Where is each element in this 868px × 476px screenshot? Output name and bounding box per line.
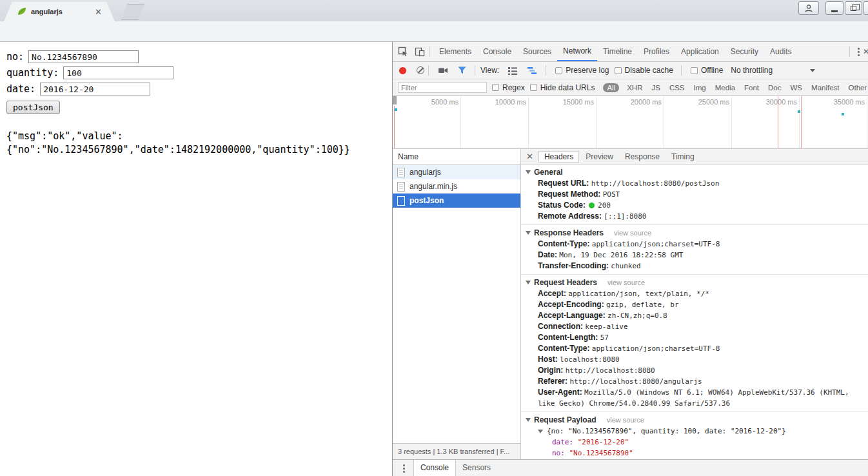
request-row-angular-min-js[interactable]: angular.min.js: [393, 179, 520, 193]
preserve-log-checkbox[interactable]: [555, 67, 562, 74]
devtools-tabbar: Elements Console Sources Network Timelin…: [393, 42, 868, 62]
no-input[interactable]: [28, 50, 139, 63]
clear-icon[interactable]: [417, 66, 424, 74]
name-column-header[interactable]: Name: [393, 149, 520, 165]
load-event-line: [801, 96, 802, 148]
details-tab-preview[interactable]: Preview: [580, 152, 618, 162]
details-tabbar: ✕ Headers Preview Response Timing: [521, 149, 868, 164]
request-row-angularjs[interactable]: angularjs: [393, 165, 520, 179]
devtools-close-icon[interactable]: ✕: [863, 47, 868, 56]
header-key: Origin:: [538, 366, 563, 375]
divider: [681, 65, 682, 75]
browser-tab[interactable]: angularjs ✕: [4, 2, 115, 21]
tab-network[interactable]: Network: [557, 42, 597, 61]
filter-type-img[interactable]: Img: [694, 84, 706, 92]
details-tab-response[interactable]: Response: [620, 152, 665, 162]
devtools-drawer: Console Sensors: [393, 459, 868, 476]
payload-object-preview[interactable]: {no: "No.1234567890", quantity: 100, dat…: [521, 426, 868, 437]
filter-type-media[interactable]: Media: [715, 84, 735, 92]
load-event-line: [778, 96, 778, 148]
window-minimize-button[interactable]: [825, 1, 843, 15]
header-row: Content-Type: application/json;charset=U…: [521, 239, 868, 250]
filter-type-ws[interactable]: WS: [791, 84, 803, 92]
form-row-no: no:: [6, 50, 392, 64]
chevron-down-icon[interactable]: [810, 69, 815, 72]
record-icon[interactable]: [399, 67, 406, 74]
filter-type-css[interactable]: CSS: [669, 84, 685, 92]
view-source-link[interactable]: view source: [607, 416, 644, 424]
drawer-menu-icon[interactable]: [399, 463, 408, 473]
offline-checkbox[interactable]: [691, 67, 698, 74]
general-section-header[interactable]: General: [521, 166, 868, 178]
tick-10000ms: 10000 ms: [462, 98, 526, 106]
device-toolbar-icon[interactable]: [415, 46, 425, 57]
tick-30000ms: 30000 ms: [733, 98, 797, 106]
load-event-line: [394, 106, 395, 148]
details-close-icon[interactable]: ✕: [526, 152, 533, 161]
payload-preview-text: {no: "No.1234567890", quantity: 100, dat…: [547, 426, 786, 437]
profile-button[interactable]: [798, 1, 819, 15]
network-toolbar: View: Preserve log Disable cache Offline…: [393, 62, 868, 79]
postjson-button[interactable]: postJson: [6, 101, 60, 114]
devtools-menu-icon[interactable]: [854, 46, 863, 57]
quantity-input[interactable]: [63, 66, 173, 79]
filter-funnel-icon[interactable]: [457, 66, 467, 75]
hide-data-urls-checkbox[interactable]: [530, 84, 537, 91]
view-source-link[interactable]: view source: [614, 229, 651, 237]
tab-console[interactable]: Console: [477, 42, 517, 61]
filter-type-other[interactable]: Other: [849, 84, 867, 92]
tab-security[interactable]: Security: [725, 42, 764, 61]
filter-type-xhr[interactable]: XHR: [627, 84, 642, 92]
request-name: angularjs: [409, 168, 441, 177]
disable-cache-checkbox[interactable]: [615, 67, 622, 74]
payload-row: quantity: 100: [521, 459, 868, 459]
request-row-postjson[interactable]: postJson: [393, 193, 520, 208]
request-payload-header[interactable]: Request Payload view source: [521, 414, 868, 426]
tab-timeline[interactable]: Timeline: [597, 42, 638, 61]
filter-type-manifest[interactable]: Manifest: [811, 84, 839, 92]
tab-elements[interactable]: Elements: [433, 42, 477, 61]
regex-checkbox[interactable]: [492, 84, 499, 91]
payload-row: date: "2016-12-20": [521, 437, 868, 448]
filter-type-font[interactable]: Font: [744, 84, 759, 92]
drawer-tab-sensors[interactable]: Sensors: [456, 460, 497, 476]
drawer-tab-console[interactable]: Console: [413, 460, 456, 476]
tab-sources[interactable]: Sources: [517, 42, 557, 61]
header-key: Referer:: [538, 377, 567, 386]
header-value: keep-alive: [585, 322, 627, 331]
window-restore-button[interactable]: [845, 1, 862, 15]
details-tab-timing[interactable]: Timing: [666, 152, 700, 162]
list-view-icon[interactable]: [508, 66, 518, 75]
response-headers-header[interactable]: Response Headers view source: [521, 227, 868, 239]
header-value: POST: [603, 190, 620, 199]
header-value: http://localhost:8080/postJson: [591, 179, 720, 188]
tab-audits[interactable]: Audits: [764, 42, 797, 61]
devtools-panel: Elements Console Sources Network Timelin…: [392, 42, 868, 476]
request-headers-header[interactable]: Request Headers view source: [521, 277, 868, 288]
leaf-favicon: [17, 6, 27, 17]
header-value: 57: [600, 333, 609, 342]
window-close-button[interactable]: ✕: [863, 1, 868, 15]
divider: [475, 65, 475, 75]
screenshot-camera-icon[interactable]: [438, 66, 448, 75]
throttling-select[interactable]: No throttling: [731, 66, 773, 75]
date-label: date:: [6, 83, 35, 95]
gridline: [731, 96, 732, 148]
filter-input[interactable]: [398, 82, 487, 93]
filter-type-all[interactable]: All: [603, 83, 619, 92]
date-input[interactable]: [40, 83, 150, 95]
tab-close-icon[interactable]: ✕: [95, 8, 102, 16]
inspect-element-icon[interactable]: [398, 46, 408, 57]
network-overview-timeline[interactable]: 5000 ms 10000 ms 15000 ms 20000 ms 25000…: [393, 96, 868, 149]
header-key: Status Code:: [538, 201, 586, 210]
tab-profiles[interactable]: Profiles: [638, 42, 675, 61]
details-tab-headers[interactable]: Headers: [538, 151, 579, 163]
view-source-link[interactable]: view source: [607, 279, 645, 286]
waterfall-view-icon[interactable]: [527, 66, 537, 75]
tab-application[interactable]: Application: [675, 42, 725, 61]
request-headers-section: Request Headers view source Accept: appl…: [521, 275, 868, 412]
person-icon: [804, 4, 813, 13]
filter-type-doc[interactable]: Doc: [768, 84, 781, 92]
filter-type-js[interactable]: JS: [651, 84, 660, 92]
new-tab-button[interactable]: [121, 4, 144, 20]
